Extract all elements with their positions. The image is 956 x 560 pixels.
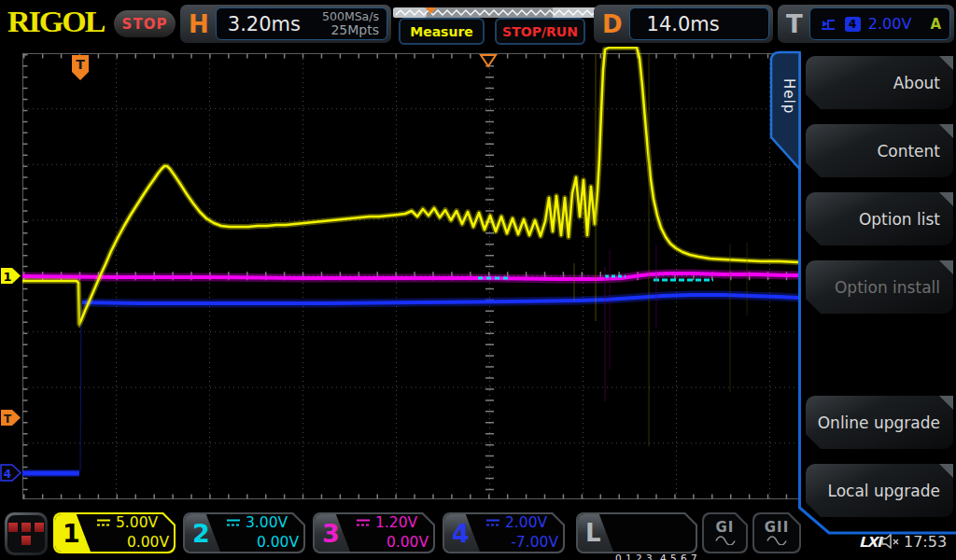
channel-2-offset: 0.00V <box>226 534 299 551</box>
main-menu-button[interactable] <box>5 512 48 555</box>
sine-wave-icon <box>766 535 787 545</box>
menu-button-option-install[interactable]: Option install <box>806 260 953 314</box>
svg-text:T: T <box>4 413 12 426</box>
help-tab-label[interactable]: Help <box>775 78 797 153</box>
ch1-offset-marker[interactable]: 1 <box>1 268 21 284</box>
menu-button-about[interactable]: About <box>806 56 953 109</box>
source-1-label: GI <box>716 521 735 535</box>
waveform-traces <box>22 48 798 473</box>
horizontal-panel[interactable]: H 3.20ms 500MSa/s 25Mpts <box>180 5 391 43</box>
menu-button-label: Online upgrade <box>818 413 940 432</box>
menu-button-label: Option list <box>859 210 940 229</box>
menu-button-option-list[interactable]: Option list <box>806 192 953 245</box>
top-status-bar: RIGOL STOP H 3.20ms 500MSa/s 25Mpts Meas… <box>0 0 956 47</box>
sample-rate: 500MSa/s <box>322 10 379 23</box>
delay-value: 14.0ms <box>647 13 720 35</box>
trigger-label: T <box>778 10 809 38</box>
channel-2-scale: 3.00V <box>246 514 288 531</box>
bottom-status-bar: 1 5.00V 0.00V 2 <box>0 509 956 560</box>
menu-button-label: Content <box>877 142 940 161</box>
trigger-level-value: 2.00V <box>868 15 912 33</box>
ch4-offset-marker[interactable]: 4 <box>1 465 21 481</box>
speaker-muted-icon <box>881 534 900 549</box>
trigger-position-flag[interactable]: T <box>72 55 89 80</box>
channel-4-box[interactable]: 4 2.00V -7.00V <box>443 512 565 553</box>
sine-wave-icon <box>715 535 736 545</box>
delay-panel[interactable]: D 14.0ms <box>594 5 773 43</box>
acquisition-info: 500MSa/s 25Mpts <box>322 10 387 37</box>
horizontal-label: H <box>180 10 216 38</box>
trigger-panel[interactable]: T 4 2.00V A <box>778 5 954 43</box>
channel-4-scale: 2.00V <box>505 514 547 531</box>
timebase-scale: 3.20ms <box>228 13 301 35</box>
menu-button-content[interactable]: Content <box>806 124 953 177</box>
svg-text:T: T <box>76 57 85 72</box>
channel-1-scale: 5.00V <box>116 514 158 531</box>
source-1-box[interactable]: GI <box>702 512 748 553</box>
channel-3-box[interactable]: 3 1.20V 0.00V <box>313 512 435 553</box>
menu-button-label: About <box>893 74 940 92</box>
logic-channels-row1: 0 1 2 3 4 5 6 7 <box>615 550 694 560</box>
channel-1-offset: 0.00V <box>96 534 169 551</box>
delay-label: D <box>594 10 629 38</box>
stop-run-button[interactable]: STOP/RUN <box>495 18 585 45</box>
dc-coupling-icon <box>485 518 500 527</box>
channel-2-box[interactable]: 2 3.00V 0.00V <box>183 512 305 553</box>
svg-text:1: 1 <box>3 270 11 284</box>
clock: 17:53 <box>904 533 947 551</box>
menu-button-online-upgrade[interactable]: Online upgrade <box>806 396 953 449</box>
menu-button-label: Local upgrade <box>828 482 940 500</box>
measure-button[interactable]: Measure <box>399 18 485 45</box>
dc-coupling-icon <box>226 518 241 527</box>
channel-3-scale: 1.20V <box>375 514 417 531</box>
lxi-status-label: LXI <box>859 534 881 551</box>
trigger-source-badge: 4 <box>845 17 861 32</box>
logic-analyzer-box[interactable]: L 0 1 2 3 4 5 6 7 8 9 1011 12131415 <box>576 512 697 553</box>
channel-4-offset: -7.00V <box>485 534 558 551</box>
delay-position-marker[interactable] <box>481 55 496 66</box>
rigol-logo: RIGOL <box>7 6 104 39</box>
run-state-badge: STOP <box>114 10 176 37</box>
memory-depth: 25Mpts <box>322 23 379 37</box>
trigger-sweep-mode: A <box>930 16 949 33</box>
dc-coupling-icon <box>356 518 371 527</box>
source-2-box[interactable]: GII <box>752 512 801 553</box>
dc-coupling-icon <box>96 518 111 527</box>
trigger-slope-icon <box>820 17 837 32</box>
channel-1-box[interactable]: 1 5.00V 0.00V <box>53 512 176 553</box>
channel-3-offset: 0.00V <box>356 534 429 551</box>
menu-button-label: Option install <box>835 278 940 297</box>
trigger-level-marker[interactable]: T <box>1 410 21 426</box>
svg-text:4: 4 <box>4 468 11 481</box>
oscilloscope-screen: T 1 T 4 Help About Content Option lis <box>0 0 956 560</box>
source-2-label: GII <box>765 521 789 535</box>
menu-grid-icon <box>7 515 45 553</box>
